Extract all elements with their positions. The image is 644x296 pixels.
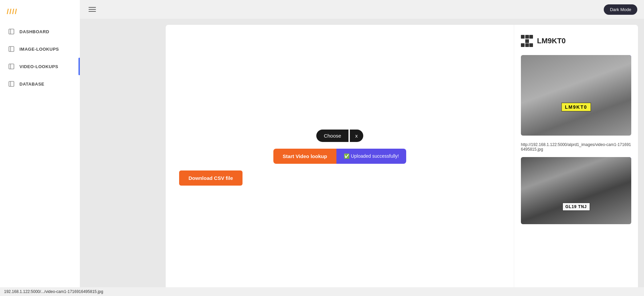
svg-rect-6 (9, 82, 14, 87)
clear-file-button[interactable]: x (350, 130, 363, 142)
right-panel: LM9KT0 ✅ Uploaded successfully! http://1… (514, 25, 638, 290)
qr-cell (525, 35, 529, 39)
plate-result-header: LM9KT0 (521, 35, 631, 47)
hamburger-line-2 (89, 9, 96, 10)
sidebar-item-video-lookups[interactable]: VIDEO-LOOKUPS (0, 58, 80, 75)
left-panel: Choose x Start Video lookup ✅ Uploaded s… (166, 25, 514, 290)
qr-cell (529, 35, 533, 39)
sidebar-item-image-lookups[interactable]: IMAGE-LOOKUPS (0, 40, 80, 58)
plate-number: LM9KT0 (537, 37, 566, 45)
qr-cell (529, 39, 533, 43)
sidebar-logo: //// (0, 3, 24, 23)
qr-cell (525, 43, 529, 47)
dark-mode-button[interactable]: Dark Mode (604, 4, 637, 15)
qr-cell (525, 39, 529, 43)
book-icon-2 (8, 46, 15, 52)
book-icon (8, 28, 15, 35)
car-image-container-1: ✅ Uploaded successfully! (521, 55, 631, 136)
file-input-row: Choose x (316, 130, 363, 142)
sidebar-item-label-database: DATABASE (19, 82, 44, 87)
start-video-lookup-button[interactable]: Start Video lookup (273, 149, 336, 164)
sidebar-item-database[interactable]: DATABASE (0, 75, 80, 93)
book-icon-4 (8, 81, 15, 87)
status-url: 192.168.1.122:5000/.../video-cam1-171691… (4, 289, 103, 294)
qr-cell (529, 43, 533, 47)
content-card: Choose x Start Video lookup ✅ Uploaded s… (166, 25, 638, 290)
qr-cell (521, 35, 525, 39)
sidebar-item-label-video-lookups: VIDEO-LOOKUPS (19, 64, 58, 69)
image-url: http://192.168.1.122:5000/alprd1_images/… (521, 142, 631, 152)
sidebar-item-label-image-lookups: IMAGE-LOOKUPS (19, 47, 59, 52)
upload-success-badge: ✅ Uploaded successfully! (336, 149, 406, 164)
main-area: Choose x Start Video lookup ✅ Uploaded s… (160, 19, 644, 296)
qr-icon (521, 35, 533, 47)
qr-cell (521, 43, 525, 47)
car-image-1 (521, 55, 631, 136)
hamburger-button[interactable] (87, 5, 98, 14)
car-image-container-2: ✅ Uploaded successfully! (521, 157, 631, 224)
choose-file-button[interactable]: Choose (316, 130, 348, 142)
sidebar-item-dashboard[interactable]: DASHBOARD (0, 23, 80, 40)
hamburger-line-1 (89, 7, 96, 8)
sidebar-item-label-dashboard: DASHBOARD (19, 29, 49, 34)
start-lookup-row: Start Video lookup ✅ Uploaded successful… (273, 149, 406, 164)
qr-cell (521, 39, 525, 43)
book-icon-3 (8, 63, 15, 70)
hamburger-line-3 (89, 11, 96, 12)
download-csv-button[interactable]: Download CSV file (179, 170, 243, 186)
svg-rect-2 (9, 47, 14, 52)
car-image-2 (521, 157, 631, 224)
svg-rect-0 (9, 29, 14, 34)
sidebar-navigation: DASHBOARD IMAGE-LOOKUPS VIDEO-LOOKUPS DA… (0, 23, 80, 93)
status-bar: 192.168.1.122:5000/.../video-cam1-171691… (0, 287, 644, 296)
sidebar: //// DASHBOARD IMAGE-LOOKUPS VIDEO-LOOKU… (0, 0, 80, 296)
svg-rect-4 (9, 64, 14, 69)
topbar: Dark Mode (80, 0, 644, 19)
